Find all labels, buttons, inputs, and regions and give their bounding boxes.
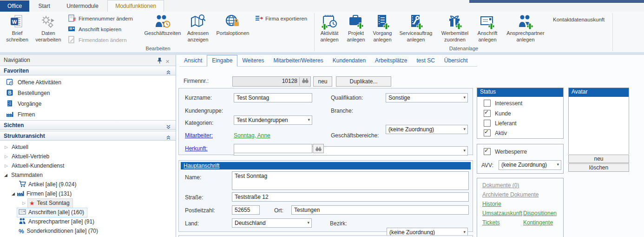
sidebar-item-offene-aktivitaeten[interactable]: Offene Aktivitäten: [0, 77, 176, 88]
hauptanschrift-header: Hauptanschrift: [181, 162, 471, 169]
checkbox-aktiv[interactable]: ✓ Aktiv: [484, 129, 507, 136]
ribbon-group-datenanlage: Datenanlage: [437, 46, 491, 51]
address-card-icon: [19, 209, 26, 217]
checkbox-box[interactable]: ✓: [484, 129, 491, 136]
checkbox-lieferant[interactable]: Lieferant: [484, 120, 517, 127]
item-label: Vorgänge: [18, 101, 41, 107]
section-favoriten[interactable]: Favoriten: [0, 66, 176, 75]
section-sichten[interactable]: Sichten: [0, 120, 176, 130]
tree-item-stammdaten[interactable]: ◢ Stammdaten: [0, 170, 176, 180]
avatar-loeschen-button[interactable]: löschen: [568, 163, 629, 172]
name-field[interactable]: Test Sonntag: [232, 171, 469, 190]
dokumente-link[interactable]: Dokumente (0): [482, 182, 519, 189]
branche-dropdown[interactable]: (keine Zuordnung) ▾: [386, 125, 468, 134]
expanded-arrow-icon[interactable]: ◢: [12, 191, 15, 196]
herkunft-field[interactable]: [234, 144, 312, 153]
umsatzauskunft-link[interactable]: Umsatzauskunft: [482, 210, 522, 217]
gift-plus-icon: [437, 14, 473, 30]
tab-uebersicht[interactable]: Übersicht: [440, 55, 473, 66]
anschrift-kopieren-button[interactable]: Anschrift kopieren: [68, 25, 145, 34]
expanded-arrow-icon[interactable]: ◢: [4, 173, 7, 177]
tree-item-anschriften[interactable]: Anschriften [alle] (160): [0, 207, 176, 217]
selected-node-box[interactable]: ★ Test Sonntag: [27, 198, 73, 208]
binoculars-icon[interactable]: [313, 144, 324, 153]
herkunft-link[interactable]: Herkunft:: [185, 145, 208, 152]
tab-weiteres[interactable]: Weiteres: [237, 55, 269, 66]
tree-item-artikel[interactable]: Artikel [alle] (9.024): [0, 179, 176, 190]
tab-untermodule[interactable]: Untermodule: [59, 0, 106, 12]
binoculars-icon[interactable]: [299, 77, 309, 86]
tab-office[interactable]: Office: [0, 0, 29, 12]
avatar-neu-button[interactable]: neu: [568, 155, 629, 163]
checkbox-box[interactable]: [484, 100, 491, 107]
tree-item-sonderkonditionen[interactable]: % Sonderkonditionen [alle] (70): [0, 226, 176, 236]
postleitzahl-field[interactable]: 52655: [232, 205, 260, 215]
firmennummer-aendern-button[interactable]: # Firmennummer ändern: [68, 14, 145, 23]
tab-ansicht[interactable]: Ansicht: [179, 55, 207, 66]
qualifikation-dropdown[interactable]: Sonstige ▾: [386, 93, 468, 102]
sidebar-item-bestellungen[interactable]: B Bestellungen: [0, 88, 176, 98]
checkbox-box[interactable]: ✓: [484, 148, 491, 155]
dispositionen-link[interactable]: Dispositionen: [523, 210, 557, 217]
firmendaten-aendern-button[interactable]: Firmendaten ändern: [68, 35, 145, 45]
sidebar-item-vorgaenge[interactable]: Vorgänge: [0, 99, 176, 109]
tree-item-aktuell[interactable]: ▷ Aktuell: [0, 142, 176, 152]
button-label: Brief: [4, 30, 31, 36]
strasse-field[interactable]: Teststraße 12: [232, 192, 469, 202]
tab-start[interactable]: Start: [31, 0, 57, 12]
adressen-anzeigen-button[interactable]: Adressen anzeigen: [184, 13, 212, 52]
tab-kundendaten[interactable]: Kundendaten: [328, 55, 370, 66]
tab-test-sc[interactable]: test SC: [412, 55, 439, 66]
firma-exportieren-button[interactable]: Firma exportieren: [255, 14, 307, 23]
neu-button[interactable]: neu: [313, 76, 332, 87]
projekt-anlegen-button[interactable]: Projekt anlegen: [344, 13, 368, 52]
brief-schreiben-button[interactable]: W Brief schreiben: [4, 13, 31, 52]
tab-eingabe[interactable]: Eingabe: [207, 55, 237, 67]
archivierte-dokumente-link[interactable]: Archivierte Dokumente: [482, 191, 539, 198]
checkbox-box[interactable]: ✓: [484, 110, 491, 117]
ansprechpartner-anlegen-button[interactable]: Ansprechpartner anlegen: [502, 13, 549, 52]
collapsed-arrow-icon[interactable]: ▷: [5, 145, 8, 149]
strasse-label: Straße:: [185, 194, 203, 201]
avatar-image-area[interactable]: [569, 97, 629, 155]
checkbox-box[interactable]: [484, 120, 491, 127]
ribbon-small-buttons: # Firmennummer ändern Anschrift kopieren: [68, 14, 145, 45]
historie-link[interactable]: Historie: [482, 201, 501, 207]
aktivitaet-anlegen-button[interactable]: Aktivität anlegen: [316, 13, 343, 52]
land-dropdown[interactable]: Deutschland ▾: [232, 218, 312, 228]
collapsed-arrow-icon[interactable]: ▷: [22, 201, 26, 205]
mitarbeiter-value-link[interactable]: Sonntag, Anne: [234, 132, 270, 139]
tree-item-firmen-alle[interactable]: ◢ Firmen [alle] (131): [0, 189, 176, 199]
sidebar-item-firmen[interactable]: Firmen: [0, 109, 176, 120]
avv-dropdown[interactable]: (keine Zuordnung) ▾: [499, 160, 561, 170]
checkbox-interessent[interactable]: Interessent: [484, 100, 522, 107]
checkbox-kunde[interactable]: ✓ Kunde: [484, 110, 511, 117]
serviceauftrag-anlegen-button[interactable]: Serviceauftrag anlegen: [396, 13, 436, 52]
hover-node-box[interactable]: Anschriften [alle] (160): [17, 208, 87, 217]
export-icon: [255, 14, 263, 23]
kurzname-field[interactable]: Test Sonntag: [234, 93, 312, 102]
mitarbeiter-link[interactable]: Mitarbeiter:: [185, 132, 213, 139]
collapsed-arrow-icon[interactable]: ▷: [5, 163, 8, 168]
globe-lock-icon: [212, 14, 254, 30]
tree-item-aktuell-vertrieb[interactable]: ▷ Aktuell-Vertrieb: [0, 151, 176, 162]
kontingente-link[interactable]: Kontingente: [523, 219, 553, 226]
postleitzahl-label: Postleitzahl:: [185, 207, 215, 214]
portaloptionen-button[interactable]: Portaloptionen: [212, 13, 254, 52]
checkbox-werbesperre[interactable]: ✓ Werbesperre: [484, 148, 527, 155]
section-strukturansicht[interactable]: Strukturansicht: [0, 131, 176, 141]
tree-item-ansprechpartner[interactable]: Ansprechpartner [alle] (91): [0, 217, 176, 227]
collapsed-arrow-icon[interactable]: ▷: [5, 154, 8, 159]
daten-verarbeiten-button[interactable]: Daten verarbeiten: [32, 13, 65, 52]
vorgang-anlegen-button[interactable]: Vorgang anlegen: [369, 13, 396, 52]
tab-mitarbeiter-weiteres[interactable]: Mitarbeiter/Weiteres: [269, 55, 328, 66]
kundengruppe-dropdown[interactable]: Test Kundengruppen ▾: [234, 115, 312, 125]
tree-item-test-sonntag[interactable]: ▷ ★ Test Sonntag: [0, 198, 176, 208]
tab-arbeitsplaetze[interactable]: Arbeitsplätze: [370, 55, 412, 66]
ort-field[interactable]: Testungen: [291, 205, 469, 215]
tree-item-aktuell-kundendienst[interactable]: ▷ Aktuell-Kundendienst: [0, 161, 176, 171]
tickets-link[interactable]: Tickets: [482, 219, 500, 226]
duplikate-button[interactable]: Duplikate...: [336, 76, 391, 87]
kontaktdatenauskunft-button[interactable]: Kontaktdatenauskunft: [553, 15, 605, 24]
tab-modulfunktionen[interactable]: Modulfunktionen: [107, 0, 164, 12]
